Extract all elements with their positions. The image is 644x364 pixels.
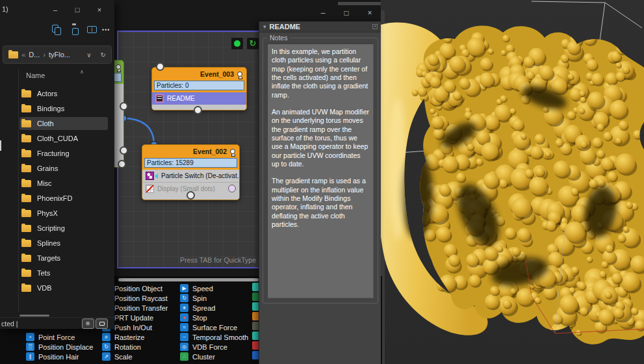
notes-textarea[interactable]: In this example, we partition cloth part… — [267, 44, 374, 298]
depot-item[interactable]: ◎VDB Force — [180, 342, 227, 352]
depot-item[interactable]: +Point Force — [26, 332, 75, 342]
folder-row[interactable]: Actors — [19, 87, 108, 100]
folder-name: Bindings — [37, 105, 64, 112]
folder-row[interactable]: Cloth_CUDA — [19, 132, 108, 145]
collapse-caret-icon[interactable]: ▾ — [263, 23, 266, 30]
notes-paragraph: An animated UVW Map modifier on the unde… — [272, 108, 369, 168]
breadcrumb-overflow-icon[interactable]: « — [21, 51, 25, 58]
depot-item[interactable]: ∴Cluster — [180, 352, 215, 361]
stop-icon: ● — [180, 313, 188, 322]
depot-icon-partial[interactable] — [252, 292, 259, 301]
depot-item-label: Speed — [192, 285, 213, 292]
column-header-name[interactable]: Name — [26, 72, 45, 79]
folder-icon — [21, 210, 31, 217]
maximize-icon[interactable]: □ — [70, 4, 84, 16]
folder-row[interactable]: Tets — [19, 266, 108, 280]
refresh-icon[interactable] — [246, 37, 259, 50]
folder-row[interactable]: Fracturing — [19, 147, 108, 160]
address-bar[interactable]: « D... › tyFlo... ∨ ↻ — [3, 46, 112, 64]
breadcrumb-drive[interactable]: D... — [29, 51, 40, 58]
rename-icon[interactable]: | — [87, 26, 97, 33]
depot-item[interactable]: ⇗Scale — [102, 352, 133, 361]
maximize-icon[interactable]: □ — [339, 6, 354, 20]
depot-item[interactable]: ↻Spin — [180, 293, 207, 303]
operator-label: Display (Small dots) — [157, 185, 215, 192]
folder-row[interactable]: Grains — [19, 162, 108, 175]
lightbulb-icon[interactable] — [237, 72, 242, 77]
close-icon[interactable]: × — [363, 6, 377, 20]
temporal-smooth-icon: ~ — [180, 333, 188, 341]
node-header: Event_002 — [142, 145, 239, 158]
breadcrumb-folder[interactable]: tyFlo... — [49, 51, 70, 58]
folder-row[interactable]: Scripting — [19, 222, 108, 235]
folder-row[interactable]: PhysX — [19, 207, 108, 220]
folder-row[interactable]: Misc — [19, 177, 108, 190]
spin-icon: ↻ — [180, 294, 188, 302]
depot-icon-partial[interactable] — [252, 312, 259, 320]
depot-item[interactable]: ∥Position Hair — [26, 352, 79, 361]
window-title-fragment: 1) — [2, 5, 8, 13]
close-icon[interactable]: × — [92, 4, 107, 16]
folder-icon — [21, 90, 31, 98]
operator-particle-switch[interactable]: Particle Switch (De-activat... — [142, 170, 239, 182]
folder-row[interactable]: Bindings — [19, 102, 108, 115]
sort-ascending-icon[interactable]: ∧ — [80, 69, 84, 75]
rollout-grip-icon[interactable]: + — [372, 24, 378, 29]
depot-item-label: Rasterize — [114, 333, 144, 341]
lightbulb-icon[interactable] — [116, 64, 121, 70]
output-socket[interactable] — [118, 160, 126, 168]
minimize-icon[interactable]: – — [316, 6, 330, 20]
depot-item[interactable]: ●Stop — [180, 313, 207, 322]
output-socket[interactable] — [194, 106, 202, 114]
depot-item[interactable]: ▒Position Displace — [26, 342, 93, 352]
depot-item-label: Position Object — [114, 285, 162, 292]
readme-rollout-header[interactable]: ▾ README + — [259, 21, 381, 32]
operator-readme[interactable]: README — [152, 92, 246, 105]
depot-item[interactable]: ▶Speed — [180, 283, 213, 293]
large-icons-view-icon[interactable] — [96, 318, 108, 329]
output-socket[interactable] — [120, 102, 128, 110]
address-dropdown-icon[interactable]: ∨ — [86, 51, 91, 58]
depot-icon-partial[interactable] — [252, 283, 259, 291]
folder-row[interactable]: VDB — [19, 281, 108, 294]
depot-icon-partial[interactable] — [252, 332, 259, 340]
pane-divider[interactable] — [18, 69, 19, 312]
depot-icon-partial[interactable] — [252, 341, 259, 350]
depot-item-label: Point Force — [38, 333, 75, 341]
depot-item-label: Position Raycast — [114, 294, 168, 302]
folder-row-selected[interactable]: Cloth — [19, 117, 108, 130]
folder-name: Targets — [37, 254, 60, 262]
lightbulb-icon[interactable] — [230, 149, 235, 154]
depot-item[interactable]: ∗Spread — [180, 303, 215, 313]
folder-row[interactable]: Targets — [19, 252, 108, 265]
depot-icon-partial[interactable] — [252, 351, 259, 359]
depot-item[interactable]: ~Temporal Smooth — [180, 332, 248, 342]
depot-icon-partial[interactable] — [252, 302, 259, 311]
refresh-icon[interactable]: ↻ — [101, 51, 106, 58]
details-view-icon[interactable]: ≡ — [82, 318, 94, 329]
folder-row[interactable]: PhoenixFD — [19, 192, 108, 205]
notes-paragraph: In this example, we partition cloth part… — [272, 47, 369, 99]
node-event-003[interactable]: Event_003 Particles: 0 README — [151, 67, 247, 110]
depot-item-label: Scale — [114, 353, 133, 361]
input-socket[interactable] — [156, 62, 164, 71]
simulation-active-icon[interactable] — [231, 37, 244, 50]
depot-item[interactable]: ↻Rotation — [102, 342, 141, 352]
depot-icon-partial[interactable] — [252, 322, 259, 330]
viewport-3d[interactable] — [381, 0, 644, 364]
display-color-swatch[interactable] — [228, 185, 236, 192]
minimize-icon[interactable]: – — [48, 4, 62, 16]
list-scrollbar-thumb[interactable] — [19, 315, 49, 317]
folder-name: Cloth — [37, 120, 54, 127]
notes-group: Notes In this example, we partition clot… — [263, 38, 378, 304]
status-bar: cted | ≡ — [0, 317, 114, 329]
nav-scrollbar-thumb[interactable] — [0, 140, 1, 151]
depot-scrollbar[interactable] — [118, 278, 259, 281]
depot-item[interactable]: ≈Surface Force — [180, 322, 237, 332]
depot-item[interactable]: #Rasterize — [102, 332, 144, 342]
folder-row[interactable]: Splines — [19, 237, 108, 250]
output-socket[interactable] — [187, 191, 195, 200]
more-options-icon[interactable]: ••• — [102, 27, 110, 33]
position-displace-icon: ▒ — [26, 343, 34, 351]
output-socket[interactable] — [120, 146, 128, 155]
